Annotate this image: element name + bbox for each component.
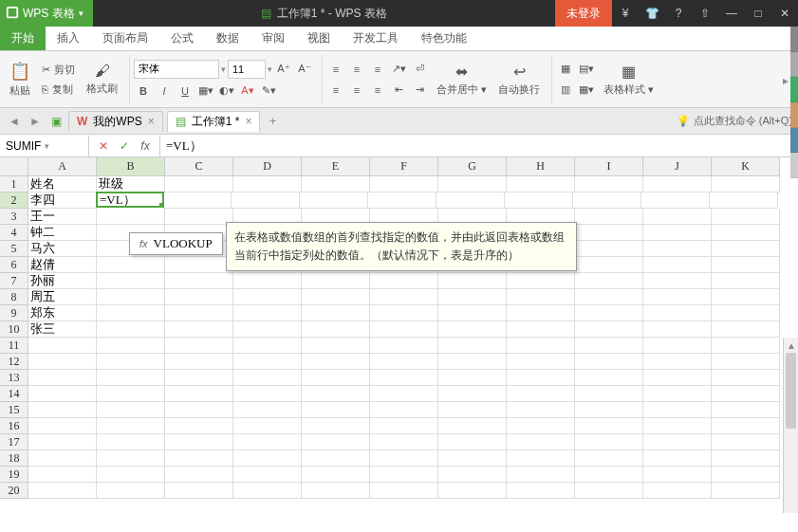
cell-H8[interactable] [507,289,575,305]
col-header-E[interactable]: E [302,157,370,176]
select-all-corner[interactable] [0,157,28,176]
align-right-icon[interactable]: ≡ [368,82,387,99]
cell-F10[interactable] [370,321,438,338]
tab-special[interactable]: 特色功能 [410,27,478,50]
cell-G11[interactable] [438,338,507,354]
cell-F8[interactable] [370,289,438,305]
cell-I3[interactable] [575,209,643,225]
row-header-4[interactable]: 4 [0,225,28,241]
cell-F12[interactable] [370,354,438,370]
cell-F20[interactable] [370,483,438,499]
scroll-thumb[interactable] [786,353,796,429]
cell-J16[interactable] [643,418,712,434]
row-header-18[interactable]: 18 [0,450,28,467]
cell-A3[interactable]: 王一 [28,209,97,225]
tab-insert[interactable]: 插入 [46,27,91,50]
row-header-14[interactable]: 14 [0,386,28,402]
cell-E8[interactable] [302,289,370,305]
formula-input[interactable]: =VL） [160,138,798,155]
cell-H16[interactable] [507,418,575,434]
cell-F13[interactable] [370,370,438,386]
tab-mywps[interactable]: W 我的WPS × [68,111,163,132]
nav-next-icon[interactable]: ► [27,113,44,130]
cell-K6[interactable] [712,257,780,273]
cell-C1[interactable] [165,176,233,193]
cell-J10[interactable] [643,321,712,338]
cell-G9[interactable] [438,305,507,321]
cell-C3[interactable] [165,209,233,225]
cell-G15[interactable] [438,402,507,418]
cell-K20[interactable] [712,483,780,499]
cell-K17[interactable] [712,434,780,450]
row-header-3[interactable]: 3 [0,209,28,225]
cell-A10[interactable]: 张三 [28,321,97,338]
cell-E14[interactable] [302,386,370,402]
col-header-A[interactable]: A [28,157,97,176]
cell-A14[interactable] [28,386,97,402]
function-suggest[interactable]: fx VLOOKUP [129,232,223,255]
cell-I7[interactable] [575,273,643,289]
cell-I6[interactable] [575,257,643,273]
cell-H14[interactable] [507,386,575,402]
col-header-F[interactable]: F [370,157,438,176]
align-left-icon[interactable]: ≡ [326,82,345,99]
cell-I1[interactable] [575,176,643,193]
cell-J7[interactable] [643,273,712,289]
cell-A12[interactable] [28,354,97,370]
app-badge[interactable]: WPS 表格 ▾ [0,0,93,27]
close-tab-icon[interactable]: × [245,115,251,128]
row-header-16[interactable]: 16 [0,418,28,434]
cell-A2[interactable]: 李四 [28,193,97,209]
cell-A20[interactable] [28,483,97,499]
cell-J14[interactable] [643,386,712,402]
cell-B2[interactable]: =VL） [96,192,164,208]
cell-E20[interactable] [302,483,370,499]
cell-I20[interactable] [575,483,643,499]
cell-F17[interactable] [370,434,438,450]
cell-J1[interactable] [643,176,712,193]
cell-I2[interactable] [573,193,641,209]
cell-B9[interactable] [97,305,165,321]
cell-K14[interactable] [712,386,780,402]
cell-G14[interactable] [438,386,507,402]
cell-F16[interactable] [370,418,438,434]
cell-J6[interactable] [643,257,712,273]
cell-I9[interactable] [575,305,643,321]
insert-icon[interactable]: ▤▾ [577,61,596,78]
cell-H2[interactable] [505,193,573,209]
font-name-input[interactable] [134,60,219,79]
cell-D17[interactable] [233,434,302,450]
cell-E12[interactable] [302,354,370,370]
cell-D14[interactable] [233,386,302,402]
cell-B1[interactable]: 班级 [97,176,165,193]
format-icon[interactable]: ▦ [556,61,575,78]
cell-I12[interactable] [575,354,643,370]
cell-F18[interactable] [370,450,438,467]
cell-D12[interactable] [233,354,302,370]
cell-K18[interactable] [712,450,780,467]
row-header-7[interactable]: 7 [0,273,28,289]
col-header-B[interactable]: B [97,157,165,176]
cell-B18[interactable] [97,450,165,467]
cell-H18[interactable] [507,450,575,467]
cell-H10[interactable] [507,321,575,338]
cell-A4[interactable]: 钟二 [28,225,97,241]
cell-B13[interactable] [97,370,165,386]
cell-G12[interactable] [438,354,507,370]
tab-dev[interactable]: 开发工具 [342,27,410,50]
cell-H11[interactable] [507,338,575,354]
new-tab-icon[interactable]: + [264,113,281,130]
cell-A11[interactable] [28,338,97,354]
currency-icon[interactable]: ¥ [612,0,639,27]
cell-H19[interactable] [507,467,575,483]
col-header-G[interactable]: G [438,157,507,176]
cell-A15[interactable] [28,402,97,418]
col-header-K[interactable]: K [712,157,780,176]
cell-A19[interactable] [28,467,97,483]
fontcolor-button[interactable]: A▾ [238,83,257,100]
col-header-I[interactable]: I [575,157,643,176]
cell-B6[interactable] [97,257,165,273]
cell-G20[interactable] [438,483,507,499]
cell-E10[interactable] [302,321,370,338]
cell-I14[interactable] [575,386,643,402]
